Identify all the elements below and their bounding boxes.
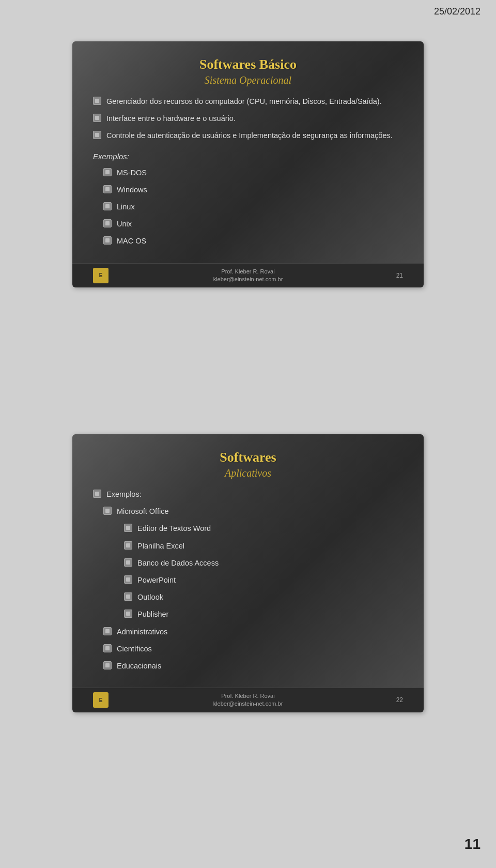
list-item: MS-DOS (103, 167, 403, 179)
bullet-icon (93, 114, 101, 122)
bullet-text: Windows (117, 184, 147, 196)
bullet-icon (124, 558, 132, 567)
slide-1-body: Gerenciador dos recursos do computador (… (93, 96, 403, 248)
bullet-icon (124, 610, 132, 618)
footer-email: kleber@einstein-net.com.br (213, 700, 283, 708)
bullet-icon (124, 592, 132, 601)
logo-icon: E (93, 692, 109, 708)
list-item: Educacionais (103, 660, 403, 672)
bullet-text: PowerPoint (137, 574, 176, 586)
footer-logo: E (93, 268, 109, 283)
bullet-text: MS-DOS (117, 167, 147, 179)
bullet-text: Editor de Textos Word (137, 523, 211, 535)
bullet-text: Banco de Dados Access (137, 557, 219, 569)
slide-1: Softwares Básico Sistema Operacional Ger… (72, 41, 424, 287)
list-item: Exemplos: (93, 489, 403, 500)
bullet-icon (93, 97, 101, 105)
slide-2: Softwares Aplicativos Exemplos: Microsof… (72, 434, 424, 712)
ms-office-label: Microsoft Office (117, 506, 168, 517)
bullet-text: Científicos (117, 643, 152, 655)
list-item: Linux (103, 201, 403, 213)
footer-author: Prof. Kleber R. Rovai (213, 268, 283, 276)
bullet-text: Planilha Excel (137, 540, 184, 552)
list-item: Outlook (124, 591, 403, 603)
list-item: Publisher (124, 608, 403, 620)
bullet-icon (103, 236, 112, 245)
bullet-icon (124, 524, 132, 532)
footer-text: Prof. Kleber R. Rovai kleber@einstein-ne… (213, 268, 283, 284)
logo-icon: E (93, 268, 109, 283)
bullet-icon (103, 219, 112, 227)
bullet-text: MAC OS (117, 235, 146, 247)
slide-1-title-sub: Sistema Operacional (93, 74, 403, 86)
list-item: Banco de Dados Access (124, 557, 403, 569)
slide-2-footer: E Prof. Kleber R. Rovai kleber@einstein-… (72, 688, 424, 712)
list-item: Planilha Excel (124, 540, 403, 552)
footer-logo: E (93, 692, 109, 708)
slide-2-title-sub: Aplicativos (93, 467, 403, 479)
footer-email: kleber@einstein-net.com.br (213, 276, 283, 283)
bullet-text: Gerenciador dos recursos do computador (… (106, 96, 382, 108)
list-item: Interface entre o hardware e o usuário. (93, 113, 403, 125)
footer-page-number: 21 (396, 272, 403, 279)
bullet-icon (93, 490, 101, 498)
slide-1-content: Softwares Básico Sistema Operacional Ger… (72, 41, 424, 263)
examples-label: Exemplos: (106, 489, 142, 500)
slide-1-footer: E Prof. Kleber R. Rovai kleber@einstein-… (72, 263, 424, 288)
slide-2-body: Exemplos: Microsoft Office Editor de Tex… (93, 489, 403, 672)
list-item: Controle de autenticação de usuários e I… (93, 130, 403, 142)
slide-2-title-main: Softwares (93, 450, 403, 465)
bullet-text: Administrativos (117, 626, 167, 638)
bullet-icon (124, 541, 132, 550)
list-item: Microsoft Office (103, 506, 403, 517)
bullet-text: Educacionais (117, 660, 161, 672)
bullet-text: Linux (117, 201, 135, 213)
bullet-icon (103, 202, 112, 210)
list-item: Editor de Textos Word (124, 523, 403, 535)
publisher-label: Publisher (137, 608, 168, 620)
footer-page-number: 22 (396, 696, 403, 704)
list-item: Científicos (103, 643, 403, 655)
bullet-icon (93, 131, 101, 139)
list-item: Gerenciador dos recursos do computador (… (93, 96, 403, 108)
bullet-icon (103, 168, 112, 176)
footer-author: Prof. Kleber R. Rovai (213, 692, 283, 700)
bullet-icon (103, 661, 112, 669)
page-date: 25/02/2012 (434, 6, 481, 17)
bullet-icon (103, 644, 112, 652)
examples-label: Exemplos: (93, 150, 403, 163)
slide-1-title-main: Softwares Básico (93, 57, 403, 72)
bullet-icon (103, 185, 112, 193)
bullet-text: Controle de autenticação de usuários e I… (106, 130, 393, 142)
list-item: Unix (103, 218, 403, 230)
list-item: PowerPoint (124, 574, 403, 586)
bullet-text: Unix (117, 218, 132, 230)
bullet-icon (103, 507, 112, 515)
list-item: Administrativos (103, 626, 403, 638)
page-number: 11 (464, 836, 481, 852)
bullet-icon (124, 575, 132, 584)
bullet-text: Outlook (137, 591, 163, 603)
list-item: MAC OS (103, 235, 403, 247)
footer-text: Prof. Kleber R. Rovai kleber@einstein-ne… (213, 692, 283, 708)
slide-2-content: Softwares Aplicativos Exemplos: Microsof… (72, 434, 424, 688)
bullet-text: Interface entre o hardware e o usuário. (106, 113, 236, 125)
bullet-icon (103, 627, 112, 635)
list-item: Windows (103, 184, 403, 196)
